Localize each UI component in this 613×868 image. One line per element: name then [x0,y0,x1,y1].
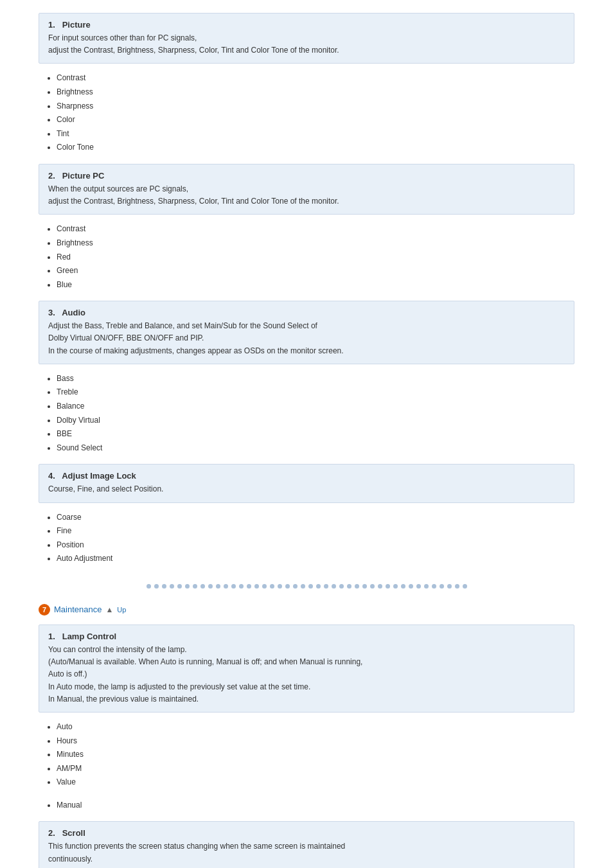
list-item: Balance [57,400,574,414]
picture-pc-section-title: 2. Picture PC [48,171,565,181]
picture-title: Picture [62,20,91,30]
scroll-number: 2. [48,828,55,838]
audio-section-box: 3. Audio Adjust the Bass, Treble and Bal… [39,301,574,364]
audio-list: Bass Treble Balance Dolby Virtual BBE So… [57,372,574,456]
dot [393,584,398,589]
list-item: Bass [57,372,574,386]
dot [254,584,259,589]
list-item: Sound Select [57,441,574,456]
scroll-section-box: 2. Scroll This function prevents the scr… [39,821,574,868]
list-item: Color [57,113,574,127]
lamp-control-section-box: 1. Lamp Control You can control the inte… [39,624,574,713]
up-link[interactable]: Up [117,606,126,614]
dot [455,584,459,589]
audio-desc3: In the course of making adjustments, cha… [48,346,344,355]
list-item: Fine [57,524,574,538]
scroll-desc2: continuously. [48,855,93,864]
dots-divider [39,584,574,589]
maintenance-icon: 7 [39,604,50,616]
lamp-desc5: In Manual, the previous value is maintai… [48,695,199,704]
dot [362,584,367,589]
picture-desc2: adjust the Contrast, Brightness, Sharpne… [48,46,339,55]
adjust-title: Adjust Image Lock [62,471,136,481]
nav-separator: ▲ [105,605,113,614]
lamp-desc3: Auto is off.) [48,669,87,678]
maintenance-nav: 7 Maintenance ▲ Up [39,604,574,616]
list-item: Minutes [57,748,574,762]
dot [154,584,159,589]
picture-section-title: 1. Picture [48,20,565,30]
dot [316,584,321,589]
lamp-desc2: (Auto/Manual is available. When Auto is … [48,657,362,666]
dot [200,584,205,589]
list-item: Sharpness [57,100,574,114]
dot [162,584,166,589]
adjust-number: 4. [48,471,55,481]
picture-number: 1. [48,20,55,30]
dot [262,584,267,589]
lamp-desc4: In Auto mode, the lamp is adjusted to th… [48,682,310,691]
dot [308,584,313,589]
dot [447,584,452,589]
list-item: Value [57,775,574,790]
dot [386,584,390,589]
dot [401,584,405,589]
picture-pc-section-box: 2. Picture PC When the output sources ar… [39,164,574,215]
lamp-desc1: You can control the intensity of the lam… [48,645,187,654]
dot [170,584,174,589]
dot [463,584,467,589]
adjust-desc1: Course, Fine, and select Position. [48,484,163,493]
maintenance-link[interactable]: Maintenance [54,605,102,614]
page-container: 1. Picture For input sources other than … [0,0,613,868]
list-item: Contrast [57,222,574,236]
list-item: Contrast [57,71,574,85]
picture-section-body: For input sources other than for PC sign… [48,32,565,57]
scroll-section-title: 2. Scroll [48,828,565,838]
dot [231,584,236,589]
lamp-control-section-title: 1. Lamp Control [48,632,565,641]
picture-desc1: For input sources other than for PC sign… [48,33,197,42]
dot [270,584,274,589]
adjust-section-body: Course, Fine, and select Position. [48,483,565,495]
dot [193,584,197,589]
dot [347,584,351,589]
dot [370,584,375,589]
dot [185,584,190,589]
dot [239,584,244,589]
list-item: Treble [57,385,574,400]
adjust-image-lock-section-title: 4. Adjust Image Lock [48,471,565,481]
audio-section-body: Adjust the Bass, Treble and Balance, and… [48,320,565,357]
dot [424,584,429,589]
dot [432,584,436,589]
dot [324,584,328,589]
list-item: Red [57,251,574,265]
list-item: Coarse [57,511,574,525]
dot [409,584,413,589]
picture-pc-list: Contrast Brightness Red Green Blue [57,222,574,292]
list-item: Brightness [57,236,574,251]
dot [278,584,282,589]
list-item: Green [57,264,574,278]
list-item: Auto [57,720,574,734]
list-item: BBE [57,427,574,441]
dot [285,584,290,589]
list-item: Auto Adjustment [57,552,574,566]
adjust-image-lock-section-box: 4. Adjust Image Lock Course, Fine, and s… [39,464,574,502]
lamp-manual-list: Manual [57,799,574,813]
audio-number: 3. [48,308,55,317]
list-item: Color Tone [57,141,574,155]
lamp-number: 1. [48,632,55,641]
scroll-desc1: This function prevents the screen status… [48,842,345,851]
lamp-auto-list: Auto Hours Minutes AM/PM Value [57,720,574,790]
picture-pc-desc1: When the output sources are PC signals, [48,184,188,193]
dot [216,584,220,589]
lamp-title: Lamp Control [62,632,117,641]
dot [224,584,228,589]
list-item: Dolby Virtual [57,414,574,428]
dot [378,584,382,589]
audio-desc2: Dolby Virtual ON/OFF, BBE ON/OFF and PIP… [48,333,204,342]
dot [416,584,421,589]
dot [293,584,298,589]
adjust-list: Coarse Fine Position Auto Adjustment [57,511,574,566]
lamp-section-body: You can control the intensity of the lam… [48,644,565,705]
